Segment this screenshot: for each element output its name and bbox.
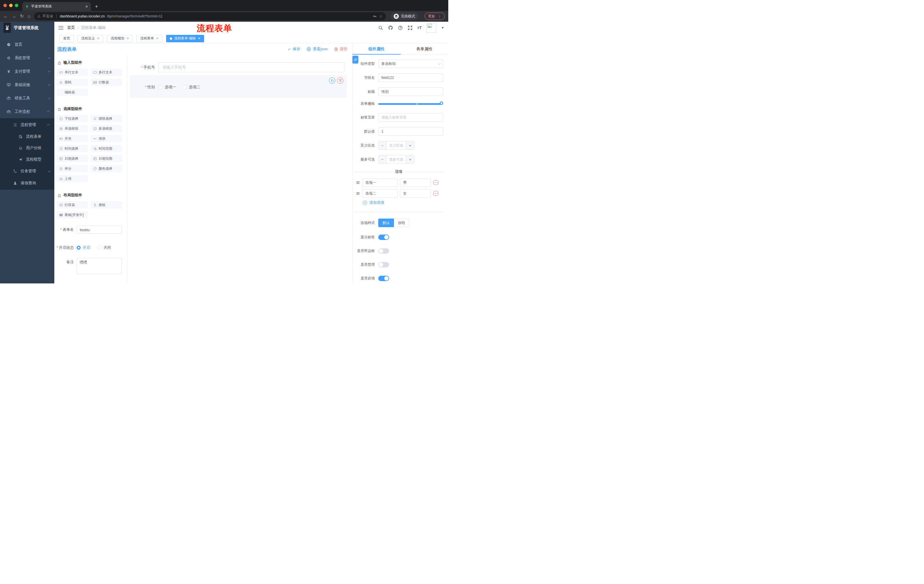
plus-icon[interactable]: + [406, 155, 414, 163]
component-time-range[interactable]: 时间范围 [91, 145, 122, 152]
sidebar-item-infra[interactable]: 基础设施 [0, 78, 54, 91]
sidebar-collapse-icon[interactable] [58, 26, 63, 30]
plus-icon[interactable]: + [406, 141, 414, 150]
copy-component-button[interactable] [329, 77, 335, 84]
page-tab-process-definition[interactable]: 流程定义 ✕ [78, 35, 103, 42]
drag-handle-icon[interactable] [356, 181, 360, 184]
style-button-button[interactable]: 按钮 [394, 219, 409, 227]
minus-icon[interactable]: − [378, 155, 386, 163]
sidebar-item-process-model[interactable]: 流程模型 [0, 154, 54, 165]
drag-handle-icon[interactable] [356, 191, 360, 196]
user-avatar[interactable] [427, 23, 436, 33]
status-radio-on[interactable]: 开启 [77, 245, 90, 250]
disabled-toggle[interactable] [378, 262, 389, 267]
component-date-picker[interactable]: 日期选择 [57, 155, 88, 162]
update-button[interactable]: 更新 ⋮ [424, 13, 445, 20]
grid-slider[interactable] [378, 103, 441, 105]
page-tab-process-form-edit[interactable]: 流程表单-编辑 ✕ [166, 35, 204, 42]
component-rate[interactable]: 评分 [57, 165, 88, 172]
title-input[interactable] [378, 87, 443, 96]
page-tab-home[interactable]: 首页 [59, 35, 74, 42]
component-slider[interactable]: 滑块 [91, 135, 122, 142]
back-icon[interactable]: ← [3, 14, 8, 18]
sidebar-item-devtools[interactable]: 研发工具 [0, 91, 54, 105]
close-icon[interactable]: ✕ [97, 36, 99, 40]
min-select-placeholder[interactable]: 至少应选 [386, 141, 406, 150]
component-radio-group[interactable]: 单选框组 [57, 125, 88, 132]
help-icon[interactable] [398, 25, 403, 30]
reload-icon[interactable]: ↻ [20, 14, 24, 18]
remove-option-button[interactable]: − [433, 191, 438, 196]
font-size-icon[interactable]: ᴛT [417, 25, 422, 30]
view-json-button[interactable]: 查看json [307, 46, 328, 52]
component-cascader[interactable]: 级联选择 [91, 115, 122, 122]
with-border-toggle[interactable] [378, 248, 389, 254]
field-name-input[interactable] [378, 73, 443, 82]
avatar-caret-icon[interactable]: ▼ [441, 26, 444, 30]
form-name-input[interactable] [77, 226, 122, 234]
component-multi-text[interactable]: 多行文本 [91, 69, 122, 76]
forward-icon[interactable]: → [12, 14, 16, 18]
component-type-select[interactable]: 多选框组 [378, 59, 443, 68]
sidebar-item-task-manage[interactable]: 任务管理 [0, 165, 54, 177]
search-icon[interactable] [378, 25, 383, 30]
minus-icon[interactable]: − [378, 141, 386, 150]
link-handle[interactable] [353, 56, 358, 63]
breadcrumb-home[interactable]: 首页 [67, 25, 75, 30]
form-remark-textarea[interactable]: 嘿嘿 [77, 258, 122, 274]
window-minimize-button[interactable] [9, 4, 13, 7]
component-switch[interactable]: 开关 [57, 135, 88, 142]
sidebar-item-process-manage[interactable]: 流程管理 [0, 119, 54, 131]
component-upload[interactable]: 上传 [57, 175, 88, 182]
component-single-text[interactable]: 单行文本 [57, 69, 88, 76]
phone-input[interactable] [158, 62, 345, 72]
key-icon[interactable] [373, 14, 377, 18]
component-counter[interactable]: 123 计数器 [91, 79, 122, 86]
slider-handle[interactable] [440, 102, 443, 105]
bookmark-star-icon[interactable]: ☆ [379, 14, 383, 18]
save-button[interactable]: ✓ 保存 [288, 46, 300, 52]
option-value-input[interactable] [400, 189, 431, 198]
delete-component-button[interactable] [337, 77, 343, 84]
browser-tab[interactable]: 芋道管理系统 ✕ [22, 2, 91, 11]
sidebar-item-leave-query[interactable]: 请假查询 [0, 177, 54, 189]
sidebar-item-system[interactable]: ⚙ 系统管理 [0, 51, 54, 64]
option-value-input[interactable] [400, 178, 431, 187]
label-width-input[interactable] [378, 113, 443, 122]
browser-menu-icon[interactable]: ⋮ [438, 14, 441, 18]
component-checkbox-group[interactable]: 多选框组 [91, 125, 122, 132]
style-default-button[interactable]: 默认 [378, 219, 394, 227]
gender-option-1[interactable]: 选项一 [158, 85, 177, 90]
gender-option-2[interactable]: 选项二 [183, 85, 201, 90]
status-radio-off[interactable]: 关闭 [97, 245, 111, 250]
new-tab-button[interactable]: + [95, 2, 98, 11]
add-option-button[interactable]: + 添加选项 [363, 200, 443, 205]
fullscreen-icon[interactable] [408, 25, 412, 30]
component-table-dev[interactable]: 表格[开发中] [57, 211, 88, 219]
github-icon[interactable] [388, 25, 393, 30]
canvas-field-phone[interactable]: 手机号 [130, 62, 345, 72]
close-icon[interactable]: ✕ [156, 36, 158, 40]
component-password[interactable]: 密码 [57, 79, 88, 86]
window-zoom-button[interactable] [15, 4, 18, 7]
clear-button[interactable]: 清空 [334, 46, 347, 52]
show-label-toggle[interactable] [378, 235, 389, 240]
sidebar-item-user-group[interactable]: 用户分组 [0, 142, 54, 154]
sidebar-item-home[interactable]: 首页 [0, 38, 54, 51]
checkbox-unchecked-icon[interactable] [158, 85, 162, 89]
component-editor[interactable]: 编辑器 [57, 89, 88, 96]
component-time-picker[interactable]: 时间选择 [57, 145, 88, 152]
page-tab-process-form[interactable]: 流程表单 ✕ [136, 35, 162, 42]
remove-option-button[interactable]: − [433, 180, 438, 185]
home-icon[interactable]: ⌂ [28, 14, 30, 18]
option-label-input[interactable] [362, 189, 398, 198]
sidebar-item-workflow[interactable]: 工作流程 [0, 105, 54, 118]
tab-close-icon[interactable]: ✕ [85, 5, 88, 8]
checkbox-unchecked-icon[interactable] [183, 85, 187, 89]
tab-form-props[interactable]: 表单属性 [401, 43, 449, 54]
close-icon[interactable]: ✕ [126, 36, 129, 40]
canvas-field-gender-selected[interactable]: 性别 选项一 选项二 [130, 75, 347, 98]
page-tab-process-model[interactable]: 流程模型 ✕ [107, 35, 133, 42]
component-row-container[interactable]: 行容器 [57, 201, 88, 209]
close-icon[interactable]: ✕ [198, 36, 200, 40]
